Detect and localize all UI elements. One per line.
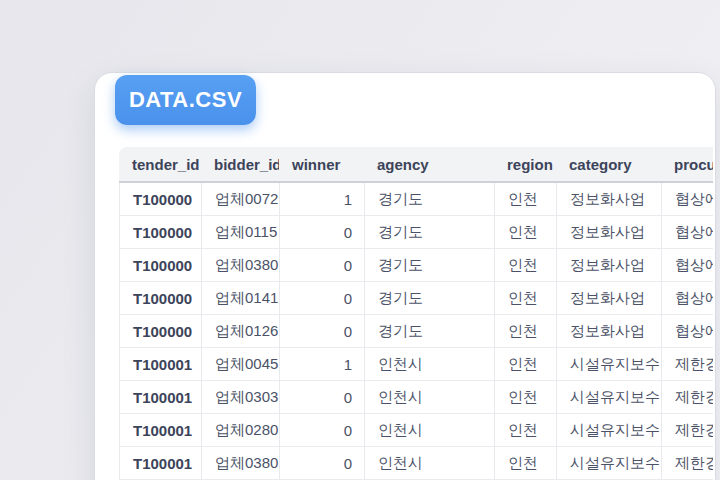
cell-procurement_method: 제한경쟁 (661, 447, 713, 480)
cell-procurement_method: 협상에의한계약 (661, 216, 713, 249)
csv-table-header: tender_idbidder_idwinneragencyregioncate… (119, 147, 713, 183)
cell-tender_id: T100001 (119, 381, 201, 414)
cell-procurement_method: 협상에의한계약 (661, 183, 713, 216)
cell-bidder_id: 업체0303 (201, 381, 279, 414)
cell-winner: 0 (279, 282, 364, 315)
cell-category: 정보화사업 (556, 183, 661, 216)
cell-category: 정보화사업 (556, 249, 661, 282)
cell-bidder_id: 업체0115 (201, 216, 279, 249)
cell-agency: 인천시 (364, 414, 494, 447)
column-header-bidder_id: bidder_id (201, 147, 279, 183)
column-header-winner: winner (279, 147, 364, 183)
cell-category: 정보화사업 (556, 315, 661, 348)
data-card: tender_idbidder_idwinneragencyregioncate… (94, 72, 716, 480)
cell-agency: 경기도 (364, 183, 494, 216)
header-row: tender_idbidder_idwinneragencyregioncate… (119, 147, 713, 183)
table-row: T100001업체03030인천시인천시설유지보수제한경쟁 (119, 381, 713, 414)
table-row: T100000업체01410경기도인천정보화사업협상에의한계약 (119, 282, 713, 315)
cell-tender_id: T100000 (119, 216, 201, 249)
table-row: T100000업체01150경기도인천정보화사업협상에의한계약 (119, 216, 713, 249)
cell-agency: 경기도 (364, 282, 494, 315)
cell-tender_id: T100001 (119, 447, 201, 480)
column-header-region: region (494, 147, 556, 183)
cell-procurement_method: 제한경쟁 (661, 381, 713, 414)
cell-procurement_method: 협상에의한계약 (661, 282, 713, 315)
column-header-category: category (556, 147, 661, 183)
table-row: T100000업체03800경기도인천정보화사업협상에의한계약 (119, 249, 713, 282)
cell-agency: 인천시 (364, 381, 494, 414)
cell-tender_id: T100001 (119, 414, 201, 447)
cell-region: 인천 (494, 447, 556, 480)
csv-file-tab[interactable]: DATA.CSV (115, 75, 256, 125)
cell-winner: 0 (279, 315, 364, 348)
cell-region: 인천 (494, 183, 556, 216)
cell-category: 시설유지보수 (556, 348, 661, 381)
cell-agency: 경기도 (364, 216, 494, 249)
cell-winner: 0 (279, 447, 364, 480)
cell-region: 인천 (494, 216, 556, 249)
cell-winner: 0 (279, 414, 364, 447)
cell-bidder_id: 업체0141 (201, 282, 279, 315)
cell-category: 시설유지보수 (556, 414, 661, 447)
table-row: T100001업체03800인천시인천시설유지보수제한경쟁 (119, 447, 713, 480)
cell-winner: 0 (279, 381, 364, 414)
cell-bidder_id: 업체0280 (201, 414, 279, 447)
cell-region: 인천 (494, 414, 556, 447)
cell-agency: 인천시 (364, 447, 494, 480)
cell-region: 인천 (494, 249, 556, 282)
cell-region: 인천 (494, 348, 556, 381)
cell-region: 인천 (494, 381, 556, 414)
cell-bidder_id: 업체0380 (201, 447, 279, 480)
cell-winner: 0 (279, 249, 364, 282)
cell-tender_id: T100000 (119, 183, 201, 216)
csv-table-viewport[interactable]: tender_idbidder_idwinneragencyregioncate… (119, 147, 713, 480)
cell-tender_id: T100000 (119, 282, 201, 315)
cell-procurement_method: 제한경쟁 (661, 414, 713, 447)
cell-winner: 1 (279, 348, 364, 381)
cell-bidder_id: 업체0380 (201, 249, 279, 282)
cell-region: 인천 (494, 315, 556, 348)
cell-bidder_id: 업체0045 (201, 348, 279, 381)
cell-agency: 인천시 (364, 348, 494, 381)
cell-winner: 1 (279, 183, 364, 216)
column-header-tender_id: tender_id (119, 147, 201, 183)
cell-procurement_method: 협상에의한계약 (661, 249, 713, 282)
cell-bidder_id: 업체0072 (201, 183, 279, 216)
cell-category: 시설유지보수 (556, 447, 661, 480)
cell-category: 정보화사업 (556, 282, 661, 315)
cell-agency: 경기도 (364, 315, 494, 348)
table-row: T100001업체02800인천시인천시설유지보수제한경쟁 (119, 414, 713, 447)
cell-procurement_method: 제한경쟁 (661, 348, 713, 381)
cell-winner: 0 (279, 216, 364, 249)
column-header-procurement_method: procurement_method (661, 147, 713, 183)
cell-tender_id: T100000 (119, 315, 201, 348)
cell-bidder_id: 업체0126 (201, 315, 279, 348)
cell-category: 정보화사업 (556, 216, 661, 249)
cell-procurement_method: 협상에의한계약 (661, 315, 713, 348)
cell-agency: 경기도 (364, 249, 494, 282)
table-row: T100000업체01260경기도인천정보화사업협상에의한계약 (119, 315, 713, 348)
cell-tender_id: T100000 (119, 249, 201, 282)
table-row: T100001업체00451인천시인천시설유지보수제한경쟁 (119, 348, 713, 381)
cell-region: 인천 (494, 282, 556, 315)
csv-table-body: T100000업체00721경기도인천정보화사업협상에의한계약T100000업체… (119, 183, 713, 480)
table-row: T100000업체00721경기도인천정보화사업협상에의한계약 (119, 183, 713, 216)
csv-file-tab-label: DATA.CSV (129, 87, 242, 113)
column-header-agency: agency (364, 147, 494, 183)
cell-category: 시설유지보수 (556, 381, 661, 414)
cell-tender_id: T100001 (119, 348, 201, 381)
csv-table: tender_idbidder_idwinneragencyregioncate… (119, 147, 713, 480)
